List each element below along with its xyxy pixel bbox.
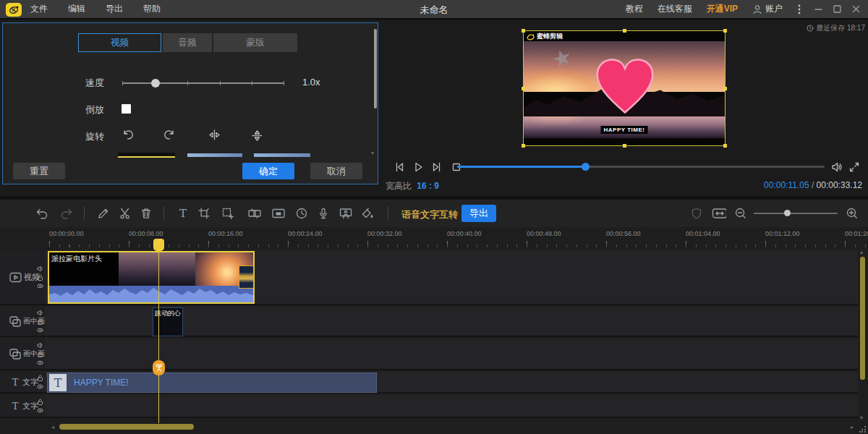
pip-button[interactable] xyxy=(271,206,286,221)
resize-handle[interactable] xyxy=(522,144,525,148)
clip-pip[interactable]: 跳动的心 xyxy=(153,307,183,336)
step-forward-button[interactable] xyxy=(430,161,443,174)
track-lock-icon[interactable] xyxy=(37,351,43,357)
flip-vertical-button[interactable] xyxy=(252,129,263,142)
duration-button[interactable] xyxy=(294,206,309,221)
track-visibility-icon[interactable] xyxy=(37,383,43,390)
hscroll-right-icon[interactable]: ▸ xyxy=(851,425,854,430)
maximize-button[interactable] xyxy=(827,0,846,19)
tab-audio[interactable]: 音频 xyxy=(163,33,212,52)
reverse-checkbox[interactable] xyxy=(122,104,131,114)
confirm-button[interactable]: 确定 xyxy=(242,163,294,179)
screen-record-button[interactable] xyxy=(339,206,353,221)
resize-handle[interactable] xyxy=(723,87,727,90)
vscroll-down-icon[interactable]: ▾ xyxy=(860,415,863,421)
zoom-in-button[interactable] xyxy=(845,206,859,221)
resize-handle[interactable] xyxy=(522,87,525,90)
zoom-out-button[interactable] xyxy=(733,206,748,221)
style-fill-button[interactable] xyxy=(360,206,375,221)
reset-button[interactable]: 重置 xyxy=(13,163,65,179)
resize-grip[interactable] xyxy=(859,425,867,433)
close-button[interactable] xyxy=(846,0,865,19)
subtitle-overlay[interactable]: HAPPY TIME! xyxy=(601,126,648,134)
step-back-button[interactable] xyxy=(393,161,406,174)
account-button[interactable]: 账户 xyxy=(745,3,790,15)
transition-button[interactable] xyxy=(247,206,262,221)
track-text-1[interactable]: T 文字 T HAPPY TIME! xyxy=(0,372,858,393)
fullscreen-button[interactable] xyxy=(848,161,860,173)
tab-mask[interactable]: 蒙版 xyxy=(213,33,297,52)
preview-canvas[interactable]: HAPPY TIME! 蜜蜂剪辑 xyxy=(523,30,726,146)
fit-timeline-button[interactable] xyxy=(712,206,726,221)
support-link[interactable]: 在线客服 xyxy=(650,3,699,15)
track-visibility-icon[interactable] xyxy=(37,407,43,414)
record-voice-button[interactable] xyxy=(316,206,331,221)
more-menu-button[interactable] xyxy=(790,0,809,19)
track-pip-1[interactable]: 画中画 跳动的心 xyxy=(0,307,858,337)
track-lock-icon[interactable] xyxy=(37,318,43,325)
split-scissors-button[interactable] xyxy=(118,206,132,221)
timeline-ruler[interactable]: 00:00:00.00 00:00:08.00 00:00:16.00 00:0… xyxy=(0,227,868,250)
preset-thumb[interactable] xyxy=(254,153,310,157)
preset-thumb-selected[interactable] xyxy=(118,153,175,158)
track-visibility-icon[interactable] xyxy=(37,359,43,366)
cancel-button[interactable]: 取消 xyxy=(310,163,362,179)
track-visibility-icon[interactable] xyxy=(37,327,43,333)
tutorial-link[interactable]: 教程 xyxy=(618,3,650,15)
preset-thumb[interactable] xyxy=(187,153,242,157)
marker-shield-icon[interactable] xyxy=(689,206,704,221)
playhead-split-button[interactable] xyxy=(153,360,165,375)
text-tool-button[interactable]: T xyxy=(176,206,190,221)
resize-handle[interactable] xyxy=(723,144,727,148)
menu-help[interactable]: 帮助 xyxy=(133,0,171,19)
resize-handle[interactable] xyxy=(623,29,626,33)
play-button[interactable] xyxy=(412,161,425,174)
seek-bar[interactable] xyxy=(457,166,825,168)
edit-pencil-button[interactable] xyxy=(96,206,111,221)
menu-export[interactable]: 导出 xyxy=(95,0,133,19)
delete-button[interactable] xyxy=(139,206,153,221)
volume-button[interactable] xyxy=(830,161,843,174)
vip-button[interactable]: 开通VIP xyxy=(699,3,745,15)
rotate-cw-button[interactable] xyxy=(163,129,176,141)
track-video[interactable]: 视频 派拉蒙电影片头 xyxy=(0,250,858,305)
menu-edit[interactable]: 编辑 xyxy=(58,0,95,19)
track-mute-icon[interactable] xyxy=(37,310,43,316)
menu-file[interactable]: 文件 xyxy=(20,0,58,19)
resize-handle[interactable] xyxy=(723,29,727,33)
vscroll-up-icon[interactable]: ▴ xyxy=(860,250,863,255)
export-button[interactable]: 导出 xyxy=(461,205,496,222)
track-lock-icon[interactable] xyxy=(37,274,43,281)
playhead-handle[interactable] xyxy=(153,239,164,251)
zoom-region-button[interactable] xyxy=(221,206,235,221)
crop-button[interactable] xyxy=(197,206,211,221)
clip-end-frame-thumb[interactable] xyxy=(239,265,254,289)
speed-slider-handle[interactable] xyxy=(151,79,160,88)
resize-handle[interactable] xyxy=(522,29,525,33)
seek-handle[interactable] xyxy=(582,163,590,171)
minimize-button[interactable] xyxy=(809,0,827,19)
track-mute-icon[interactable] xyxy=(37,265,43,272)
aspect-ratio[interactable]: 宽高比 16 : 9 xyxy=(386,180,439,192)
track-text-2[interactable]: T 文字 xyxy=(0,395,858,418)
resize-handle[interactable] xyxy=(623,144,626,148)
flip-horizontal-button[interactable] xyxy=(208,129,221,140)
track-mute-icon[interactable] xyxy=(37,342,43,349)
panel-scroll-down-icon[interactable]: ▾ xyxy=(371,150,374,156)
redo-button[interactable] xyxy=(59,206,74,221)
rotate-ccw-button[interactable] xyxy=(122,129,134,141)
undo-button[interactable] xyxy=(35,206,49,221)
tab-video[interactable]: 视频 xyxy=(78,33,161,52)
panel-scrollbar[interactable] xyxy=(374,29,377,109)
track-lock-icon[interactable] xyxy=(37,375,43,381)
horizontal-scrollbar[interactable] xyxy=(59,424,194,430)
track-lock-icon[interactable] xyxy=(37,399,43,405)
speech-to-text-button[interactable]: 语音文字互转 xyxy=(401,208,458,221)
timeline-zoom-handle[interactable] xyxy=(784,210,791,216)
timeline-zoom-slider[interactable] xyxy=(754,213,838,214)
track-pip-2[interactable]: 画中画 xyxy=(0,339,858,370)
heart-overlay[interactable] xyxy=(592,57,658,115)
vertical-scrollbar[interactable] xyxy=(860,257,865,380)
clip-video[interactable]: 派拉蒙电影片头 xyxy=(48,251,255,304)
track-visibility-icon[interactable] xyxy=(37,283,43,289)
